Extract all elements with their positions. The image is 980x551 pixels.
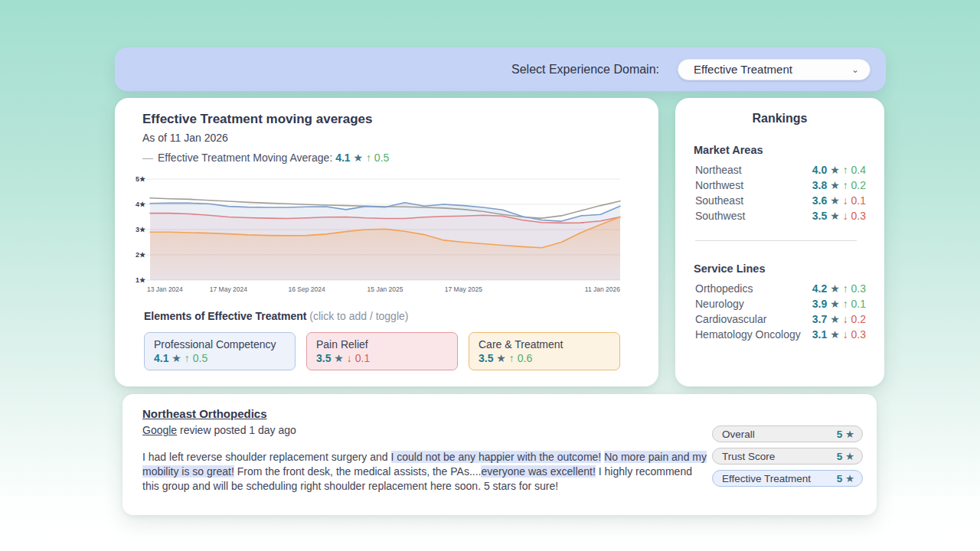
experience-domain-dropdown[interactable]: Effective Treatment ⌄ — [678, 59, 871, 80]
y-axis-tick: 2★ — [136, 251, 146, 259]
rating-value: 3.1 — [812, 328, 827, 341]
ranking-label: Southeast — [695, 193, 743, 208]
rating-value: 4.2 — [812, 282, 827, 295]
review-posted-text: review posted 1 day ago — [177, 424, 296, 436]
ranking-row: Cardiovascular3.7 ★ ↓ 0.2 — [695, 311, 866, 327]
y-axis-tick: 1★ — [136, 276, 146, 284]
domain-selector-label: Select Experience Domain: — [511, 63, 659, 77]
chevron-down-icon: ⌄ — [851, 65, 859, 74]
trend-chart-svg: 5★4★3★2★1★13 Jan 202417 May 202416 Sep 2… — [127, 174, 632, 297]
x-axis-tick: 17 May 2025 — [445, 285, 482, 293]
chart-subtitle: As of 11 Jan 2026 — [142, 132, 228, 144]
review-card: Northeast Orthopedics Google review post… — [122, 394, 877, 515]
highlighted-phrase: everyone was excellent! — [481, 465, 595, 478]
element-label: Professional Competency — [154, 338, 286, 350]
badge-label: Overall — [722, 429, 755, 440]
ranking-value-line: 3.8 ★ ↑ 0.2 — [812, 178, 866, 193]
rankings-section-heading: Market Areas — [694, 144, 884, 156]
experience-domain-selected-value: Effective Treatment — [694, 63, 792, 76]
up-arrow-delta: ↑ 0.1 — [843, 298, 866, 310]
rating-value: 3.5 — [812, 210, 827, 222]
up-arrow-delta: ↑ 0.2 — [843, 179, 866, 191]
ranking-row: Hematology Oncology3.1 ★ ↓ 0.3 — [695, 327, 866, 342]
elements-header-title: Elements of Effective Treatment — [144, 310, 306, 322]
element-toggle-card[interactable]: Pain Relief3.5 ★ ↓ 0.1 — [306, 332, 458, 370]
legend-label: Effective Treatment Moving Average: — [158, 152, 332, 164]
elements-section-header: Elements of Effective Treatment (click t… — [144, 310, 408, 322]
star-icon: ★ — [827, 313, 842, 325]
up-arrow-delta: ↑ 0.5 — [185, 352, 207, 364]
rankings-rows: Orthopedics4.2 ★ ↑ 0.3Neurology3.9 ★ ↑ 0… — [695, 281, 866, 342]
y-axis-tick: 3★ — [136, 226, 146, 233]
up-arrow-delta: ↑ 0.6 — [509, 352, 532, 364]
y-axis-tick: 5★ — [136, 175, 146, 183]
rankings-card: Rankings Market AreasNortheast4.0 ★ ↑ 0.… — [675, 98, 884, 386]
badge-label: Effective Treatment — [722, 473, 811, 484]
element-value-line: 3.5 ★ ↓ 0.1 — [316, 352, 448, 364]
rating-value: 3.5 — [316, 352, 331, 364]
element-toggle-card[interactable]: Professional Competency4.1 ★ ↑ 0.5 — [144, 332, 296, 370]
x-axis-tick: 15 Jan 2025 — [368, 285, 403, 293]
ranking-row: Southwest3.5 ★ ↓ 0.3 — [695, 208, 866, 223]
legend-line-icon: — — [142, 152, 153, 164]
review-provider-link[interactable]: Northeast Orthopedics — [142, 407, 267, 420]
x-axis-tick: 17 May 2024 — [210, 285, 247, 293]
star-icon: ★ — [827, 298, 842, 310]
ranking-row: Southeast3.6 ★ ↓ 0.1 — [695, 193, 866, 208]
star-icon: ★ — [354, 152, 364, 164]
chart-title: Effective Treatment moving averages — [142, 112, 372, 127]
down-arrow-delta: ↓ 0.1 — [843, 194, 866, 207]
rating-badge: Effective Treatment5 ★ — [712, 470, 863, 487]
rating-value: 4.0 — [812, 164, 827, 176]
rating-value: 3.5 — [479, 352, 493, 364]
star-icon: ★ — [827, 210, 842, 222]
ranking-label: Southwest — [695, 208, 745, 223]
review-source-line: Google review posted 1 day ago — [142, 424, 296, 436]
trend-chart: 5★4★3★2★1★13 Jan 202417 May 202416 Sep 2… — [127, 174, 632, 300]
rating-badge: Trust Score5 ★ — [712, 448, 863, 465]
star-icon: ★ — [842, 451, 854, 462]
star-icon: ★ — [827, 282, 842, 295]
star-icon: ★ — [842, 429, 854, 440]
down-arrow-delta: ↓ 0.3 — [843, 210, 866, 222]
legend-delta: ↑ 0.5 — [366, 152, 389, 164]
element-label: Care & Treatment — [479, 338, 610, 350]
down-arrow-delta: ↓ 0.2 — [843, 313, 866, 325]
up-arrow-delta: ↑ 0.3 — [843, 282, 866, 295]
star-icon: ★ — [827, 164, 842, 176]
ranking-value-line: 3.7 ★ ↓ 0.2 — [812, 311, 866, 327]
down-arrow-delta: ↓ 0.1 — [347, 352, 370, 364]
rating-value: 4.1 — [154, 352, 168, 364]
ranking-label: Cardiovascular — [695, 311, 766, 327]
review-text: I had left reverse shoulder replacement … — [142, 450, 710, 494]
y-axis-tick: 4★ — [136, 201, 146, 208]
rankings-title: Rankings — [675, 112, 884, 126]
star-icon: ★ — [827, 328, 842, 341]
moving-averages-card: Effective Treatment moving averages As o… — [115, 98, 658, 386]
ranking-row: Orthopedics4.2 ★ ↑ 0.3 — [695, 281, 866, 296]
ranking-value-line: 3.5 ★ ↓ 0.3 — [812, 208, 866, 223]
badge-value: 5 ★ — [837, 450, 854, 462]
element-label: Pain Relief — [316, 338, 448, 350]
star-icon: ★ — [493, 352, 508, 364]
element-toggle-card[interactable]: Care & Treatment3.5 ★ ↑ 0.6 — [469, 332, 620, 370]
element-value-line: 4.1 ★ ↑ 0.5 — [154, 352, 286, 364]
down-arrow-delta: ↓ 0.3 — [843, 328, 866, 341]
domain-selector-bar: Select Experience Domain: Effective Trea… — [115, 47, 886, 91]
ranking-label: Hematology Oncology — [695, 327, 801, 342]
star-icon: ★ — [827, 179, 842, 191]
ranking-value-line: 3.6 ★ ↓ 0.1 — [812, 193, 866, 208]
star-icon: ★ — [331, 352, 346, 364]
ranking-label: Neurology — [695, 296, 744, 311]
rating-value: 3.9 — [812, 298, 827, 310]
elements-header-hint: (click to add / toggle) — [306, 310, 408, 322]
star-icon: ★ — [168, 352, 184, 364]
star-icon: ★ — [827, 194, 842, 207]
ranking-label: Northwest — [695, 178, 743, 193]
ranking-label: Northeast — [695, 162, 742, 178]
rankings-sections: Market AreasNortheast4.0 ★ ↑ 0.4Northwes… — [675, 144, 884, 342]
rating-badge: Overall5 ★ — [712, 425, 863, 442]
ranking-value-line: 3.1 ★ ↓ 0.3 — [812, 327, 866, 342]
rankings-section-heading: Service Lines — [694, 262, 884, 275]
review-source-link[interactable]: Google — [142, 424, 177, 436]
